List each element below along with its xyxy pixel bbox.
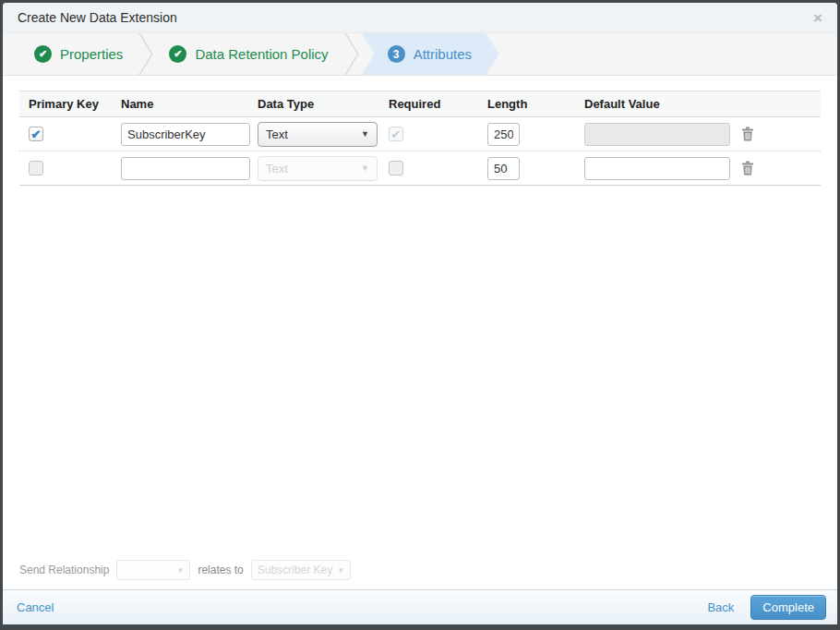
chevron-down-icon: ▼: [337, 566, 344, 575]
column-header-required: Required: [379, 97, 478, 111]
column-header-data-type: Data Type: [248, 97, 379, 111]
dialog-content: Primary Key Name Data Type Required Leng…: [3, 76, 837, 589]
required-checkbox[interactable]: [389, 161, 403, 176]
field-name-input[interactable]: [121, 123, 250, 146]
required-checkbox: [389, 127, 403, 141]
column-header-default-value: Default Value: [575, 97, 732, 111]
step-label: Attributes: [414, 46, 472, 62]
relates-to-label: relates to: [198, 563, 243, 576]
wizard-step-attributes[interactable]: 3 Attributes: [362, 33, 499, 75]
check-circle-icon: [169, 45, 186, 63]
step-separator-icon: [342, 33, 362, 75]
dialog-titlebar: Create New Data Extension ×: [3, 3, 837, 33]
step-label: Properties: [60, 46, 123, 62]
chevron-down-icon: ▼: [361, 164, 369, 173]
length-input[interactable]: [487, 123, 520, 146]
column-header-name: Name: [112, 97, 248, 111]
table-header-row: Primary Key Name Data Type Required Leng…: [19, 91, 821, 117]
default-value-input: [584, 123, 730, 146]
length-input[interactable]: [487, 157, 520, 180]
step-separator-icon: [136, 33, 156, 75]
step-label: Data Retention Policy: [195, 46, 328, 62]
attributes-table: Primary Key Name Data Type Required Leng…: [19, 91, 821, 186]
relates-to-target-select: Subscriber Key ▼: [251, 560, 351, 580]
cancel-link[interactable]: Cancel: [17, 600, 54, 614]
wizard-step-properties[interactable]: Properties: [21, 33, 136, 75]
data-type-value: Text: [266, 162, 288, 176]
complete-button[interactable]: Complete: [750, 595, 826, 620]
relates-to-target-value: Subscriber Key: [258, 563, 332, 576]
delete-row-icon[interactable]: [741, 127, 754, 141]
table-row: Text ▼: [19, 117, 821, 151]
send-relationship-row: Send Relationship ▼ relates to Subscribe…: [19, 560, 351, 580]
back-link[interactable]: Back: [707, 600, 734, 614]
send-relationship-label: Send Relationship: [19, 563, 109, 576]
step-number-badge: 3: [388, 45, 405, 63]
data-type-select: Text ▼: [258, 156, 378, 181]
create-data-extension-dialog: Create New Data Extension × Properties D…: [0, 0, 840, 630]
wizard-step-data-retention-policy[interactable]: Data Retention Policy: [156, 33, 341, 75]
column-header-primary-key: Primary Key: [19, 97, 112, 111]
field-name-input[interactable]: [121, 157, 250, 180]
dialog-footer: Cancel Back Complete: [3, 589, 837, 624]
close-icon[interactable]: ×: [813, 10, 822, 26]
table-row: Text ▼: [19, 151, 821, 186]
data-type-select[interactable]: Text ▼: [258, 122, 378, 147]
delete-row-icon[interactable]: [741, 161, 754, 176]
dialog-title: Create New Data Extension: [18, 10, 177, 25]
default-value-input[interactable]: [584, 157, 730, 180]
chevron-down-icon: ▼: [176, 566, 184, 575]
chevron-down-icon: ▼: [361, 129, 369, 139]
data-type-value: Text: [266, 127, 288, 141]
check-circle-icon: [34, 45, 52, 63]
column-header-length: Length: [478, 97, 575, 111]
wizard-steps-bar: Properties Data Retention Policy 3 Attri…: [3, 33, 837, 76]
send-relationship-field-select: ▼: [116, 560, 190, 580]
primary-key-checkbox[interactable]: [29, 127, 43, 141]
primary-key-checkbox[interactable]: [29, 161, 43, 176]
